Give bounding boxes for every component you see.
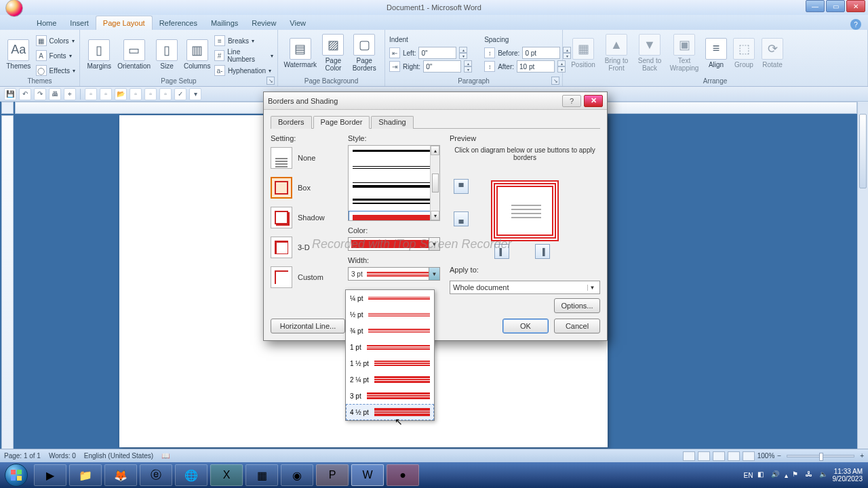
tray-icon[interactable]: ◧ <box>757 470 767 480</box>
taskbar-app1[interactable]: 🌐 <box>175 464 208 486</box>
vertical-scrollbar[interactable] <box>857 102 868 462</box>
status-words[interactable]: Words: 0 <box>49 452 76 460</box>
maximize-button[interactable]: ▭ <box>826 0 845 12</box>
scroll-thumb[interactable] <box>859 114 867 188</box>
indent-left-field[interactable]: 0" <box>418 47 456 59</box>
indent-left-spin[interactable]: ▴▾ <box>459 47 467 59</box>
tab-references[interactable]: References <box>153 16 204 30</box>
taskbar-ie[interactable]: ⓔ <box>140 464 172 486</box>
dialog-titlebar[interactable]: Borders and Shading ? ✕ <box>264 92 607 110</box>
setting-shadow[interactable]: Shadow <box>271 205 338 230</box>
view-web-layout[interactable] <box>713 451 725 461</box>
status-page[interactable]: Page: 1 of 1 <box>4 452 41 460</box>
indent-right-field[interactable]: 0" <box>423 60 461 73</box>
width-option-4[interactable]: 1 ½ pt <box>346 355 434 371</box>
qat-print-preview[interactable]: 🖶 <box>49 88 61 100</box>
zoom-in[interactable]: + <box>860 452 864 460</box>
width-option-0[interactable]: ¼ pt <box>346 290 434 306</box>
tab-page-layout[interactable]: Page Layout <box>96 16 153 30</box>
status-language[interactable]: English (United States) <box>84 452 153 460</box>
border-top-button[interactable]: ▀ <box>454 179 469 194</box>
border-left-button[interactable]: ▌ <box>494 244 509 259</box>
help-icon[interactable]: ? <box>850 19 861 30</box>
setting-3d[interactable]: 3-D <box>271 235 338 260</box>
view-full-screen[interactable] <box>698 451 710 461</box>
horizontal-line-button[interactable]: Horizontal Line... <box>271 319 345 333</box>
tab-insert[interactable]: Insert <box>63 16 96 30</box>
margins-button[interactable]: ▯Margins <box>84 31 115 77</box>
page-setup-launcher[interactable]: ↘ <box>267 77 275 85</box>
dialog-close-button[interactable]: ✕ <box>584 95 603 107</box>
ruler-corner[interactable] <box>1 102 14 114</box>
watermark-button[interactable]: ▤Watermark <box>282 31 318 75</box>
view-print-layout[interactable] <box>683 451 695 461</box>
width-option-7[interactable]: 4 ½ pt <box>346 404 434 420</box>
qat-btn10[interactable]: ▫ <box>144 88 157 100</box>
style-scroll-up[interactable]: ▴ <box>431 146 439 155</box>
minimize-button[interactable]: — <box>806 0 825 12</box>
qat-btn5[interactable]: ⌖ <box>64 88 76 100</box>
options-button[interactable]: Options... <box>554 298 600 313</box>
cancel-button[interactable]: Cancel <box>554 319 600 333</box>
width-option-3[interactable]: 1 pt <box>346 339 434 355</box>
tab-review[interactable]: Review <box>245 16 283 30</box>
zoom-slider[interactable] <box>787 455 854 458</box>
tray-network-icon[interactable]: 🖧 <box>806 470 815 480</box>
line-numbers-button[interactable]: #Line Numbers▾ <box>214 49 273 62</box>
align-button[interactable]: ≡Align <box>703 31 730 75</box>
setting-none[interactable]: None <box>271 145 338 171</box>
theme-colors-button[interactable]: ▦Colors▾ <box>36 34 75 47</box>
zoom-out[interactable]: − <box>777 452 781 460</box>
taskbar-media-player[interactable]: ▶ <box>34 464 66 486</box>
qat-more[interactable]: ▾ <box>189 88 201 100</box>
breaks-button[interactable]: ≡Breaks▾ <box>214 34 273 47</box>
status-proofing-icon[interactable]: 📖 <box>161 452 170 460</box>
style-scroll-thumb[interactable] <box>432 174 439 192</box>
tray-action-center-icon[interactable]: ⚑ <box>792 470 802 480</box>
preview-diagram[interactable]: ▀ ▄ ▌ ▐ <box>450 167 600 255</box>
qat-save[interactable]: 💾 <box>4 88 16 100</box>
taskbar-excel[interactable]: X <box>210 464 243 486</box>
tab-page-border[interactable]: Page Border <box>313 116 370 129</box>
taskbar-recorder[interactable]: ● <box>387 464 419 486</box>
qat-open[interactable]: 📂 <box>115 88 127 100</box>
border-bottom-button[interactable]: ▄ <box>454 211 469 226</box>
border-right-button[interactable]: ▐ <box>535 244 550 259</box>
qat-redo[interactable]: ↷ <box>34 88 46 100</box>
tab-home[interactable]: Home <box>30 16 63 30</box>
indent-right-spin[interactable]: ▴▾ <box>464 60 472 73</box>
tray-volume2-icon[interactable]: 🔈 <box>819 470 829 480</box>
qat-btn7[interactable]: ▫ <box>100 88 112 100</box>
taskbar-word[interactable]: W <box>351 464 384 486</box>
hyphenation-button[interactable]: a-Hyphenation▾ <box>214 64 273 77</box>
apply-to-combo[interactable]: Whole document▼ <box>450 281 600 294</box>
view-draft[interactable] <box>743 451 755 461</box>
taskbar-app2[interactable]: ▦ <box>245 464 278 486</box>
taskbar-chrome[interactable]: ◉ <box>281 464 313 486</box>
width-option-6[interactable]: 3 pt <box>346 388 434 404</box>
qat-new[interactable]: ▫ <box>85 88 97 100</box>
tab-shading[interactable]: Shading <box>371 116 413 129</box>
orientation-button[interactable]: ▭Orientation <box>116 31 153 77</box>
style-scroll-down[interactable]: ▾ <box>431 211 439 220</box>
start-button[interactable] <box>0 462 33 488</box>
spacing-after-field[interactable]: 10 pt <box>517 60 555 73</box>
office-button[interactable] <box>5 0 23 17</box>
tray-language[interactable]: EN <box>744 472 753 479</box>
width-combo[interactable]: 3 pt▼ <box>348 267 440 281</box>
ok-button[interactable]: OK <box>502 319 549 333</box>
qat-btn9[interactable]: ▫ <box>130 88 142 100</box>
tray-volume-icon[interactable]: 🔊 <box>771 470 781 480</box>
width-dropdown-list[interactable]: ¼ pt ½ pt ¾ pt 1 pt 1 ½ pt 2 ¼ pt 3 pt 4… <box>345 289 435 421</box>
style-listbox[interactable]: ▴▾ <box>348 145 440 221</box>
tab-borders[interactable]: Borders <box>271 116 312 129</box>
taskbar-clock[interactable]: 11:33 AM 9/20/2023 <box>833 468 863 483</box>
page-borders-button[interactable]: ▢Page Borders <box>348 31 380 75</box>
setting-custom[interactable]: Custom <box>271 264 338 290</box>
zoom-level[interactable]: 100% <box>757 452 775 460</box>
page-color-button[interactable]: ▨Page Color <box>318 31 348 75</box>
close-button[interactable]: ✕ <box>846 0 865 12</box>
width-option-5[interactable]: 2 ¼ pt <box>346 371 434 388</box>
qat-undo[interactable]: ↶ <box>19 88 31 100</box>
width-option-2[interactable]: ¾ pt <box>346 323 434 339</box>
